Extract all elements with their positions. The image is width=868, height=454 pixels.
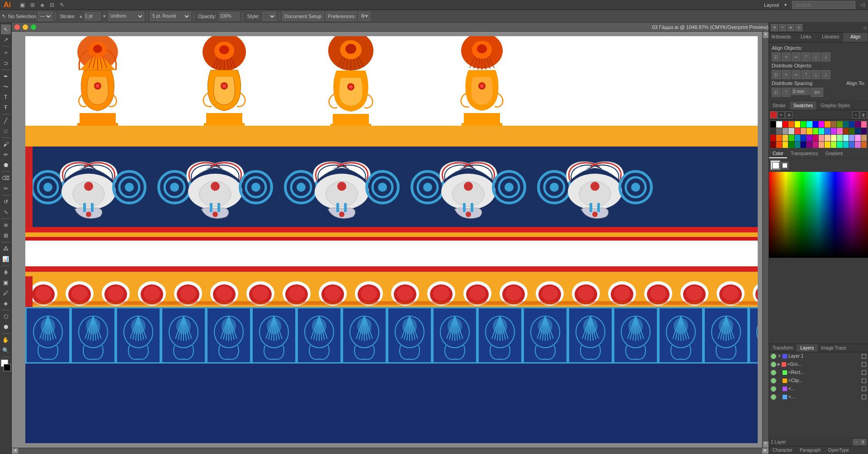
color-picker-gradient[interactable]: [769, 172, 868, 258]
color-swatch[interactable]: [795, 135, 800, 141]
color-swatch[interactable]: [849, 128, 854, 134]
layer-row[interactable]: ▼Layer 1: [769, 352, 868, 360]
stroke-down-icon[interactable]: ▼: [102, 14, 106, 19]
dist-right-btn[interactable]: ⬰: [792, 70, 801, 79]
lasso-tool[interactable]: ⊃: [1, 58, 11, 68]
color-swatch[interactable]: [795, 142, 800, 148]
align-center-v-btn[interactable]: ⊥: [811, 52, 821, 61]
color-swatch[interactable]: [795, 121, 800, 128]
canvas-content[interactable]: [12, 32, 762, 448]
fill-stroke-selector[interactable]: [1, 359, 11, 371]
tab-libraries[interactable]: Libraries: [819, 33, 844, 42]
scale-tool[interactable]: ⤡: [1, 207, 11, 217]
tab-paragraph[interactable]: Paragraph: [796, 446, 825, 454]
color-swatch[interactable]: [788, 142, 794, 148]
color-swatch[interactable]: [837, 142, 842, 148]
tab-opentype[interactable]: OpenType: [825, 446, 853, 454]
style-select[interactable]: [263, 12, 276, 21]
pathfinder-icon[interactable]: ◈: [787, 24, 794, 31]
tab-color[interactable]: Color: [769, 150, 787, 158]
scroll-up-button[interactable]: ▲: [763, 32, 769, 38]
color-swatch[interactable]: [788, 135, 794, 141]
layer-visibility-toggle[interactable]: [771, 354, 776, 359]
blend-tool[interactable]: ◈: [1, 298, 11, 308]
type-tool[interactable]: T: [1, 92, 11, 102]
color-swatch[interactable]: [825, 121, 830, 128]
panel-menu-icon[interactable]: ◁: [863, 25, 866, 30]
color-swatch[interactable]: [788, 121, 794, 128]
color-swatch[interactable]: [843, 142, 849, 148]
perspective-grid-tool[interactable]: ⬢: [1, 322, 11, 332]
color-swatch[interactable]: [861, 142, 867, 148]
layer-visibility-toggle[interactable]: [771, 394, 776, 400]
dist-left-btn[interactable]: ⬱: [772, 70, 781, 79]
paintbrush-tool[interactable]: 🖌: [1, 139, 11, 149]
touch-type-tool[interactable]: Ŧ: [1, 103, 11, 113]
layer-lock-toggle[interactable]: [862, 370, 866, 375]
layer-visibility-toggle[interactable]: [771, 370, 776, 375]
fill-preview[interactable]: [770, 160, 780, 170]
color-swatch[interactable]: [861, 135, 867, 141]
tab-swatches[interactable]: Swatches: [790, 101, 817, 110]
color-swatch[interactable]: [813, 135, 818, 141]
transform-icon[interactable]: ⊞: [771, 24, 778, 31]
color-swatch[interactable]: [855, 142, 860, 148]
line-tool[interactable]: ╱: [1, 116, 11, 126]
hand-tool[interactable]: ✋: [1, 335, 11, 345]
space-v-btn[interactable]: ⊤: [782, 88, 791, 97]
color-swatch[interactable]: [801, 142, 806, 148]
tab-layers[interactable]: Layers: [797, 344, 817, 352]
stroke-value-input[interactable]: [85, 12, 100, 20]
layer-row[interactable]: <...: [769, 393, 868, 401]
eraser-tool[interactable]: ⌫: [1, 173, 11, 183]
color-swatch[interactable]: [770, 128, 776, 134]
color-swatch[interactable]: [776, 128, 782, 134]
color-swatch[interactable]: [795, 128, 800, 134]
color-swatch[interactable]: [788, 128, 794, 134]
minimize-button[interactable]: [23, 24, 28, 30]
color-swatch[interactable]: [843, 128, 849, 134]
color-swatch[interactable]: [819, 142, 824, 148]
color-swatch[interactable]: [813, 121, 818, 128]
stroke-type-select[interactable]: Uniform: [108, 12, 144, 21]
tab-stroke[interactable]: Stroke: [769, 101, 790, 110]
swatch-list-btn[interactable]: ≡: [778, 111, 785, 118]
scroll-down-button[interactable]: ▼: [763, 441, 769, 448]
color-swatch[interactable]: [831, 135, 836, 141]
gradient-tool[interactable]: ▣: [1, 278, 11, 288]
color-swatch[interactable]: [807, 142, 812, 148]
color-swatch[interactable]: [783, 128, 788, 134]
dist-center-v-btn[interactable]: ⊥: [811, 70, 821, 79]
color-swatch[interactable]: [783, 135, 788, 141]
layer-row[interactable]: <...: [769, 385, 868, 393]
color-swatch[interactable]: [776, 135, 782, 141]
align-icon[interactable]: ≡: [779, 24, 786, 31]
color-swatch[interactable]: [801, 128, 806, 134]
color-swatch[interactable]: [861, 128, 867, 134]
color-swatch[interactable]: [837, 128, 842, 134]
tab-align[interactable]: Align: [843, 33, 868, 42]
layer-lock-toggle[interactable]: [862, 354, 866, 359]
dist-top-btn[interactable]: ⊤: [802, 70, 811, 79]
tab-character[interactable]: Character: [769, 446, 796, 454]
align-center-h-btn[interactable]: ≡: [782, 52, 791, 61]
color-swatch[interactable]: [783, 142, 788, 148]
scissors-tool[interactable]: ✂: [1, 184, 11, 194]
color-swatch[interactable]: [801, 135, 806, 141]
tab-transform[interactable]: Transform: [769, 344, 797, 352]
swatch-grid-btn[interactable]: ⊞: [785, 111, 793, 118]
free-transform-tool[interactable]: ⊞: [1, 231, 11, 241]
maximize-button[interactable]: [31, 24, 36, 30]
color-swatch[interactable]: [849, 135, 854, 141]
color-swatch[interactable]: [825, 142, 830, 148]
arrange-button[interactable]: ⚙▾: [359, 12, 370, 21]
dist-bottom-btn[interactable]: ⊥: [821, 70, 830, 79]
scroll-right-button[interactable]: ▶: [762, 448, 769, 454]
color-swatch[interactable]: [776, 142, 782, 148]
color-swatch[interactable]: [825, 135, 830, 141]
color-swatch[interactable]: [861, 121, 867, 128]
new-swatch-btn[interactable]: +: [852, 111, 859, 118]
layer-visibility-toggle[interactable]: [771, 386, 776, 392]
zoom-tool[interactable]: 🔍: [1, 345, 11, 355]
color-swatch[interactable]: [819, 121, 824, 128]
